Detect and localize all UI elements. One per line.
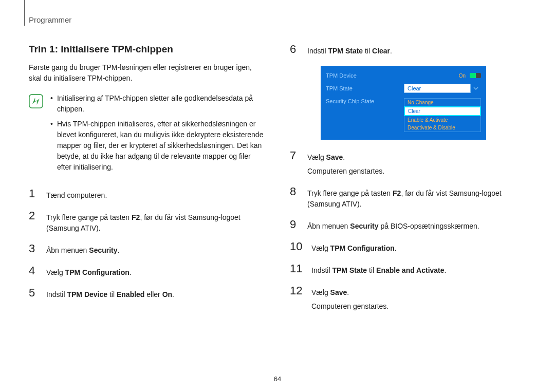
note-item-2: • Hvis TPM-chippen initialiseres, efter … [50, 119, 265, 173]
step-text: Åbn menuen Security. [46, 243, 265, 256]
intro-paragraph: Første gang du bruger TPM-løsningen elle… [29, 62, 265, 84]
step-1: 1 Tænd computeren. [29, 188, 265, 201]
header-divider [24, 0, 25, 26]
bios-row-security-chip: Security Chip State No Change Clear Enab… [326, 96, 481, 135]
step-sub: Computeren genstartes. [311, 301, 526, 312]
step-number: 12 [290, 285, 305, 296]
step-text: Indstil TPM State til Clear. [307, 44, 526, 57]
bullet-icon: • [50, 119, 53, 173]
bios-dropdown-options: No Change Clear Enable & Activate Deacti… [404, 98, 481, 132]
bios-label: TPM State [326, 85, 353, 91]
right-column: 6 Indstil TPM State til Clear. TPM Devic… [290, 44, 526, 321]
bios-option-selected: Clear [404, 106, 481, 116]
step-number: 2 [29, 210, 40, 221]
bios-row-tpm-state: TPM State Clear [326, 81, 481, 96]
note-icon [29, 94, 43, 108]
step-5: 5 Indstil TPM Device til Enabled eller O… [29, 287, 265, 300]
step-text: Tænd computeren. [46, 188, 265, 201]
step-number: 5 [29, 287, 40, 298]
bios-option: No Change [404, 99, 480, 106]
bios-value-on: On [459, 73, 466, 79]
step-text: Tryk flere gange på tasten F2, før du få… [46, 210, 265, 234]
step-10: 10 Vælg TPM Configuration. [290, 241, 526, 254]
step-number: 11 [290, 263, 305, 274]
step-sub: Computeren genstartes. [307, 166, 526, 177]
page-number: 64 [0, 375, 555, 383]
step-number: 1 [29, 188, 40, 199]
bios-option: Deactivate & Disable [404, 124, 480, 132]
step-text: Vælg Save. Computeren genstartes. [307, 150, 526, 177]
chevron-down-icon [471, 84, 481, 93]
step-text: Vælg Save. Computeren genstartes. [311, 285, 526, 312]
step-text: Vælg TPM Configuration. [46, 265, 265, 278]
step-text: Vælg TPM Configuration. [311, 241, 526, 254]
section-title: Trin 1: Initialisere TPM-chippen [29, 44, 265, 55]
bios-option: Enable & Activate [404, 116, 480, 124]
bios-select-value: Clear [404, 84, 471, 93]
step-text: Åbn menuen Security på BIOS-opsætningssk… [307, 219, 526, 232]
page-header: Programmer [29, 15, 526, 24]
step-number: 4 [29, 265, 40, 276]
toggle-icon [470, 73, 481, 78]
bios-label: TPM Device [326, 72, 357, 79]
step-8: 8 Tryk flere gange på tasten F2, før du … [290, 186, 526, 210]
bios-row-tpm-device: TPM Device On [326, 70, 481, 81]
step-9: 9 Åbn menuen Security på BIOS-opsætnings… [290, 219, 526, 232]
note-box: • Initialisering af TPM-chippen sletter … [29, 93, 265, 177]
bullet-icon: • [50, 93, 53, 115]
step-text: Indstil TPM State til Enable and Activat… [311, 263, 526, 276]
note-item-1: • Initialisering af TPM-chippen sletter … [50, 93, 265, 115]
step-3: 3 Åbn menuen Security. [29, 243, 265, 256]
step-number: 9 [290, 219, 301, 230]
bios-screenshot: TPM Device On TPM State Clear [321, 66, 486, 140]
left-column: Trin 1: Initialisere TPM-chippen Første … [29, 44, 265, 321]
note-text-2: Hvis TPM-chippen initialiseres, efter at… [57, 119, 265, 173]
step-text: Tryk flere gange på tasten F2, før du få… [307, 186, 526, 210]
step-number: 8 [290, 186, 301, 197]
step-number: 6 [290, 44, 301, 55]
step-12: 12 Vælg Save. Computeren genstartes. [290, 285, 526, 312]
bios-label: Security Chip State [326, 98, 374, 104]
step-4: 4 Vælg TPM Configuration. [29, 265, 265, 278]
step-number: 3 [29, 243, 40, 254]
step-text: Indstil TPM Device til Enabled eller On. [46, 287, 265, 300]
step-number: 10 [290, 241, 305, 252]
step-6: 6 Indstil TPM State til Clear. [290, 44, 526, 57]
step-11: 11 Indstil TPM State til Enable and Acti… [290, 263, 526, 276]
step-number: 7 [290, 150, 301, 161]
step-2: 2 Tryk flere gange på tasten F2, før du … [29, 210, 265, 234]
note-text-1: Initialisering af TPM-chippen sletter al… [57, 93, 265, 115]
step-7: 7 Vælg Save. Computeren genstartes. [290, 150, 526, 177]
